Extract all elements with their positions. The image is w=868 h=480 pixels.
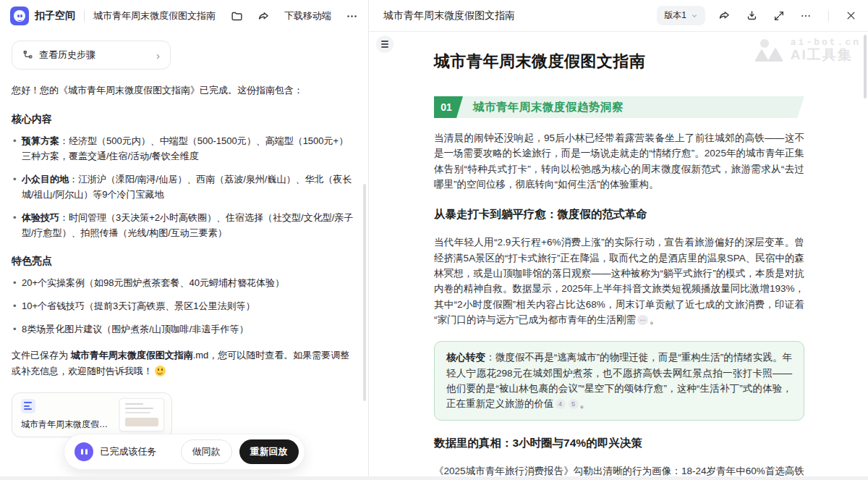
file-attachment-card[interactable]: 城市青年周末微度假图文... [12,392,172,437]
list-item: •8类场景化图片建议（围炉煮茶/山顶咖啡/非遗手作等） [12,321,357,337]
list-item: •小众目的地：江浙沪（溧阳/南浔/仙居）、西南（荔波/泉州/巍山）、华北（夜长城… [12,172,357,202]
assistant-greeting: 您好！您的《城市青年周末微度假图文指南》已完成。这份指南包含： [12,83,357,98]
more-icon[interactable] [800,10,812,22]
history-button-label: 查看历史步骤 [39,49,150,62]
chevron-down-icon [691,12,698,20]
doc-scroll-area: ai-bot.cn AI工具集 城市青年周末微度假图文指南 城市青年周末微度假趋… [369,32,868,480]
bullet-dot: • [13,321,17,337]
more-icon[interactable] [346,10,358,22]
file-saved-notice: 文件已保存为 城市青年周末微度假图文指南.md，您可以随时查看。如果需要调整或补… [12,348,357,379]
paragraph: 当清晨的闹钟还没响起，95后小林已经带着露营装备坐上了前往城郊的高铁——这不是一… [434,130,804,192]
close-icon[interactable] [846,10,856,21]
watermark-line1: ai-bot.cn [791,38,861,48]
paragraph-text: 。 [650,314,660,325]
left-scrollbar[interactable] [363,184,366,401]
callout-text: ：微度假不再是“逃离城市”的物理迁徙，而是“重构生活”的情绪实践。年轻人宁愿花2… [446,352,792,409]
paragraph-text: 当代年轻人用“2.9天行程+6%消费上涨”的实际行动，宣告着旅游偏好的深层变革。… [434,237,804,325]
header-divider [84,10,85,22]
version-selector[interactable]: 版本1 [657,6,705,25]
file-name: 城市青年周末微度假图文... [21,418,112,431]
bottom-edge-strip [0,476,868,480]
bullet-text: ：江浙沪（溧阳/南浔/仙居）、西南（荔波/泉州/巍山）、华北（夜长城/祖山/阿尔… [22,174,352,200]
share-icon[interactable] [258,10,270,22]
robot-avatar-icon [75,442,93,461]
watermark: ai-bot.cn AI工具集 [754,38,861,63]
bullet-text: 10+个省钱技巧（提前3天订高铁票、景区1公里法则等） [22,300,255,311]
chevron-right-icon: › [156,49,160,62]
task-title: 城市青年周末微度假图文指南 [93,9,225,22]
right-scrollbar[interactable] [864,35,867,98]
callout-text: 。 [580,398,590,409]
bullet-dot: • [13,275,17,290]
core-bullet-list: •预算方案：经济型（500元内）、中端型（500-1500元）、高端型（1500… [12,133,357,240]
smile-emoji-icon [155,366,166,376]
doc-header: 城市青年周末微度假图文指南 版本1 [369,0,868,32]
bullet-text: 8类场景化图片建议（围炉煮茶/山顶咖啡/非遗手作等） [22,324,248,334]
outline-menu-icon[interactable] [376,35,393,53]
header-divider [828,10,829,22]
doc-header-title: 城市青年周末微度假图文指南 [383,9,651,22]
folder-icon[interactable] [231,10,243,22]
make-same-button[interactable]: 做同款 [181,439,232,464]
task-status-bar: 已完成该任务 做同款 重新回放 [64,434,305,470]
coze-logo-icon[interactable] [10,7,29,25]
document-body: 城市青年周末微度假图文指南 城市青年周末微度假趋势洞察 01 当清晨的闹钟还没响… [434,32,804,480]
citation-badge[interactable]: 5 [569,399,579,409]
share-icon[interactable] [718,9,731,22]
app-window: 扣子空间 城市青年周末微度假图文指南 下载移动端 查看历史步骤 › [0,0,868,480]
section-heading-highlights: 特色亮点 [12,255,357,268]
left-header-actions: 下载移动端 [231,9,358,22]
bullet-label: 预算方案 [22,135,59,146]
view-history-steps-button[interactable]: 查看历史步骤 › [12,41,171,70]
chat-content: 查看历史步骤 › 您好！您的《城市青年周末微度假图文指南》已完成。这份指南包含：… [0,32,368,480]
doc-title: 城市青年周末微度假图文指南 [434,51,804,72]
section-banner: 城市青年周末微度假趋势洞察 01 [434,96,804,118]
section-heading-core: 核心内容 [12,113,357,126]
bullet-dot: • [13,210,17,225]
logo-eye [17,14,20,17]
replay-button[interactable]: 重新回放 [239,439,299,464]
left-header: 扣子空间 城市青年周末微度假图文指南 下载移动端 [0,0,368,32]
notice-filename: 城市青年周末微度假图文指南 [71,350,193,361]
watermark-text: ai-bot.cn AI工具集 [791,38,861,63]
brand-name: 扣子空间 [35,9,75,22]
citation-badge[interactable]: ⋯ [637,315,648,325]
logo-eye [20,14,22,17]
bullet-text: ：时间管理（3天决策+2小时高铁圈）、住宿选择（社交型/文化型/亲子型/疗愈型）… [22,212,353,238]
watermark-line2: AI工具集 [791,48,861,63]
citation-badge[interactable]: 4 [556,399,566,409]
bullet-label: 体验技巧 [22,212,59,223]
watermark-logo-icon [754,38,785,63]
notice-prefix: 文件已保存为 [12,350,71,361]
bullet-label: 小众目的地 [22,174,69,185]
list-item: •10+个省钱技巧（提前3天订高铁票、景区1公里法则等） [12,298,357,313]
list-item: •20+个实操案例（如98元围炉煮茶套餐、40元蟳埔村簪花体验） [12,275,357,290]
paragraph: 当代年轻人用“2.9天行程+6%消费上涨”的实际行动，宣告着旅游偏好的深层变革。… [434,235,804,327]
download-icon[interactable] [746,9,758,22]
download-mobile-link[interactable]: 下载移动端 [284,9,331,22]
bullet-text: 20+个实操案例（如98元围炉煮茶套餐、40元蟳埔村簪花体验） [22,277,284,288]
list-item: •体验技巧：时间管理（3天决策+2小时高铁圈）、住宿选择（社交型/文化型/亲子型… [12,210,357,240]
bullet-text: ：经济型（500元内）、中端型（500-1500元）、高端型（1500元+）三种… [22,135,348,161]
file-preview-thumbnail [119,398,164,431]
document-panel: 城市青年周末微度假图文指南 版本1 [369,0,868,480]
task-status-text: 已完成该任务 [101,445,174,458]
key-insight-callout: 核心转变：微度假不再是“逃离城市”的物理迁徙，而是“重构生活”的情绪实践。年轻人… [434,341,804,420]
bullet-dot: • [13,298,17,313]
expand-icon[interactable] [773,10,785,22]
bullet-dot: • [13,133,17,148]
list-item: •预算方案：经济型（500元内）、中端型（500-1500元）、高端型（1500… [12,133,357,164]
section-banner-title: 城市青年周末微度假趋势洞察 [434,96,804,118]
file-card-info: 城市青年周末微度假图文... [21,399,112,431]
subsection-heading: 从暴走打卡到躺平疗愈：微度假的范式革命 [434,207,804,222]
version-label: 版本1 [664,9,686,22]
chat-panel: 扣子空间 城市青年周末微度假图文指南 下载移动端 查看历史步骤 › [0,0,369,480]
callout-label: 核心转变 [446,352,485,363]
thumbnail-block [125,418,158,426]
subsection-heading: 数据里的真相：3小时圈与74%的即兴决策 [434,436,804,451]
doc-header-actions [718,9,856,22]
highlight-bullet-list: •20+个实操案例（如98元围炉煮茶套餐、40元蟳埔村簪花体验） •10+个省钱… [12,275,357,337]
bullet-dot: • [13,172,17,187]
document-icon [21,399,35,413]
history-steps-icon [22,50,33,61]
